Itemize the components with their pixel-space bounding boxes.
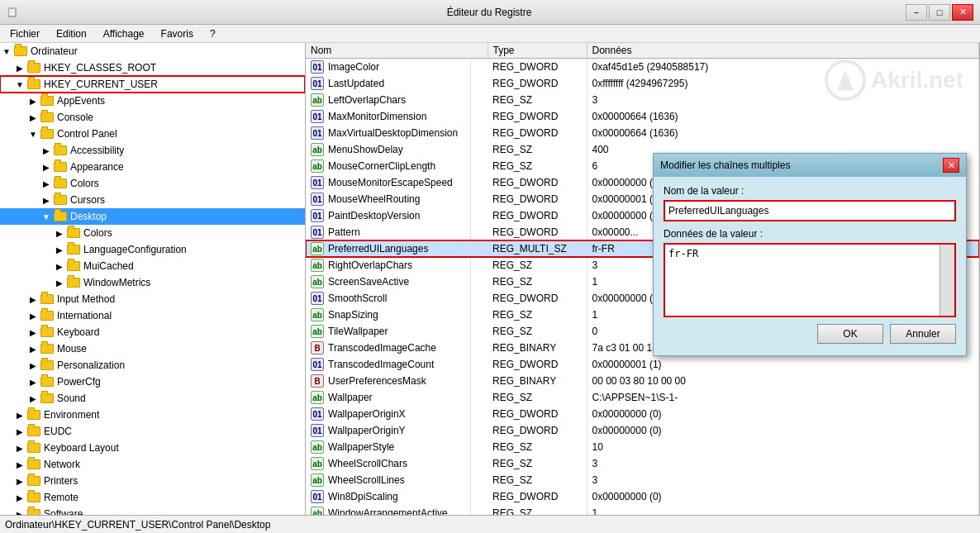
modal-name-input[interactable] bbox=[665, 202, 954, 220]
tree-item-appearance[interactable]: ▶Appearance bbox=[0, 159, 305, 175]
folder-icon-appevents bbox=[40, 93, 55, 108]
tree-item-cursors[interactable]: ▶Cursors bbox=[0, 192, 305, 208]
table-row[interactable]: 01MaxVirtualDesktopDimensionREG_DWORD0x0… bbox=[306, 125, 979, 141]
table-row[interactable]: 01LastUpdatedREG_DWORD0xffffffff (429496… bbox=[306, 75, 979, 92]
tree-expand-cursors[interactable]: ▶ bbox=[40, 196, 53, 205]
tree-expand-keyboard[interactable]: ▶ bbox=[26, 328, 40, 337]
close-button[interactable]: ✕ bbox=[952, 4, 973, 21]
table-row[interactable]: abWheelScrollCharsREG_SZ3 bbox=[306, 455, 979, 472]
modal-data-textarea[interactable]: fr-FR bbox=[665, 245, 940, 316]
tree-expand-keyboard_layout[interactable]: ▶ bbox=[13, 444, 26, 453]
tree-expand-appevents[interactable]: ▶ bbox=[26, 97, 40, 106]
tree-expand-international[interactable]: ▶ bbox=[26, 312, 40, 321]
tree-expand-personalization[interactable]: ▶ bbox=[26, 361, 40, 370]
tree-expand-desktop[interactable]: ▼ bbox=[40, 212, 53, 221]
tree-expand-remote[interactable]: ▶ bbox=[13, 493, 26, 502]
modal-ok-button[interactable]: OK bbox=[817, 324, 883, 344]
table-row[interactable]: 01ImageColorREG_DWORD0xaf45d1e5 (2940588… bbox=[306, 59, 979, 76]
tree-item-control_panel[interactable]: ▼Control Panel bbox=[0, 126, 305, 142]
cell-name-14: 01SmoothScroll bbox=[306, 290, 471, 307]
table-row[interactable]: 01Win8DpiScalingREG_DWORD0x00000000 (0) bbox=[306, 488, 979, 505]
tree-label-desktop_wm: WindowMetrics bbox=[83, 277, 150, 288]
tree-expand-desktop_lang[interactable]: ▶ bbox=[53, 245, 66, 255]
tree-expand-hkey_current_user[interactable]: ▼ bbox=[13, 80, 26, 89]
tree-expand-control_panel[interactable]: ▼ bbox=[26, 130, 40, 139]
tree-item-sound[interactable]: ▶Sound bbox=[0, 390, 305, 407]
cell-type-15: REG_SZ bbox=[488, 307, 587, 323]
tree-item-ordinateur[interactable]: ▼Ordinateur bbox=[0, 43, 305, 59]
table-row[interactable]: abWindowArrangementActiveREG_SZ1 bbox=[306, 505, 979, 515]
maximize-button[interactable]: □ bbox=[929, 4, 950, 21]
table-row[interactable]: 01MaxMonitorDimensionREG_DWORD0x00000664… bbox=[306, 108, 979, 125]
folder-icon-desktop_colors bbox=[66, 226, 81, 240]
tree-expand-desktop_mui[interactable]: ▶ bbox=[53, 262, 66, 271]
table-row[interactable]: 01WallpaperOriginYREG_DWORD0x00000000 (0… bbox=[306, 422, 979, 439]
modal-scrollbar[interactable] bbox=[940, 245, 954, 316]
tree-item-desktop_wm[interactable]: ▶WindowMetrics bbox=[0, 274, 305, 291]
tree-item-keyboard[interactable]: ▶Keyboard bbox=[0, 324, 305, 340]
reg-name-14: SmoothScroll bbox=[328, 293, 387, 304]
tree-expand-hkey_classes_root[interactable]: ▶ bbox=[13, 64, 26, 73]
modal-dialog[interactable]: Modifier les chaînes multiples ✕ Nom de … bbox=[653, 153, 967, 356]
tree-item-hkey_current_user[interactable]: ▼HKEY_CURRENT_USER bbox=[0, 76, 305, 93]
tree-expand-ordinateur[interactable]: ▼ bbox=[0, 47, 13, 56]
modal-close-button[interactable]: ✕ bbox=[943, 158, 959, 173]
tree-item-input_method[interactable]: ▶Input Method bbox=[0, 291, 305, 307]
tree-item-eudc[interactable]: ▶EUDC bbox=[0, 423, 305, 440]
tree-expand-mouse[interactable]: ▶ bbox=[26, 345, 40, 354]
tree-item-mouse[interactable]: ▶Mouse bbox=[0, 340, 305, 357]
table-row[interactable]: abWallpaperREG_SZC:\APPSEN~1\S-1- bbox=[306, 389, 979, 406]
menu-fichier[interactable]: Fichier bbox=[3, 26, 46, 41]
tree-item-software[interactable]: ▶Software bbox=[0, 506, 305, 515]
table-row[interactable]: BUserPreferencesMaskREG_BINARY00 00 03 8… bbox=[306, 373, 979, 389]
menu-affichage[interactable]: Affichage bbox=[97, 26, 151, 41]
minimize-button[interactable]: − bbox=[906, 4, 927, 21]
tree-item-accessibility[interactable]: ▶Accessibility bbox=[0, 142, 305, 159]
tree-expand-powercfg[interactable]: ▶ bbox=[26, 378, 40, 387]
tree-expand-appearance[interactable]: ▶ bbox=[40, 163, 53, 172]
tree-item-colors[interactable]: ▶Colors bbox=[0, 175, 305, 192]
tree-expand-software[interactable]: ▶ bbox=[13, 510, 26, 516]
tree-item-keyboard_layout[interactable]: ▶Keyboard Layout bbox=[0, 440, 305, 456]
tree-item-desktop_colors[interactable]: ▶Colors bbox=[0, 225, 305, 241]
reg-type-icon-9: 01 bbox=[311, 209, 324, 222]
reg-name-2: LeftOverlapChars bbox=[328, 94, 406, 106]
tree-expand-accessibility[interactable]: ▶ bbox=[40, 146, 53, 155]
table-row[interactable]: abLeftOverlapCharsREG_SZ3 bbox=[306, 92, 979, 108]
tree-item-appevents[interactable]: ▶AppEvents bbox=[0, 93, 305, 109]
menu-favoris[interactable]: Favoris bbox=[155, 26, 200, 41]
tree-item-hkey_classes_root[interactable]: ▶HKEY_CLASSES_ROOT bbox=[0, 59, 305, 76]
menu-help[interactable]: ? bbox=[203, 26, 222, 41]
tree-expand-desktop_colors[interactable]: ▶ bbox=[53, 229, 66, 238]
tree-expand-input_method[interactable]: ▶ bbox=[26, 295, 40, 304]
folder-icon-keyboard_layout bbox=[26, 440, 41, 455]
tree-expand-console[interactable]: ▶ bbox=[26, 113, 40, 122]
tree-item-desktop_mui[interactable]: ▶MuiCached bbox=[0, 258, 305, 274]
tree-expand-colors[interactable]: ▶ bbox=[40, 179, 53, 188]
tree-expand-desktop_wm[interactable]: ▶ bbox=[53, 278, 66, 288]
tree-expand-network[interactable]: ▶ bbox=[13, 460, 26, 469]
tree-pane[interactable]: ▼Ordinateur▶HKEY_CLASSES_ROOT▼HKEY_CURRE… bbox=[0, 43, 306, 515]
tree-item-console[interactable]: ▶Console bbox=[0, 109, 305, 126]
tree-expand-environment[interactable]: ▶ bbox=[13, 411, 26, 420]
tree-expand-eudc[interactable]: ▶ bbox=[13, 427, 26, 436]
tree-item-network[interactable]: ▶Network bbox=[0, 456, 305, 473]
tree-item-international[interactable]: ▶International bbox=[0, 307, 305, 324]
tree-item-environment[interactable]: ▶Environment bbox=[0, 407, 305, 423]
table-row[interactable]: 01TranscodedImageCountREG_DWORD0x0000000… bbox=[306, 356, 979, 373]
tree-item-powercfg[interactable]: ▶PowerCfg bbox=[0, 374, 305, 390]
tree-item-desktop[interactable]: ▼Desktop bbox=[0, 208, 305, 225]
table-row[interactable]: abWheelScrollLinesREG_SZ3 bbox=[306, 472, 979, 488]
modal-cancel-button[interactable]: Annuler bbox=[890, 324, 956, 344]
tree-item-remote[interactable]: ▶Remote bbox=[0, 489, 305, 506]
tree-label-sound: Sound bbox=[57, 393, 86, 404]
table-row[interactable]: abWallpaperStyleREG_SZ10 bbox=[306, 439, 979, 455]
table-row[interactable]: 01WallpaperOriginXREG_DWORD0x00000000 (0… bbox=[306, 406, 979, 422]
menu-edition[interactable]: Edition bbox=[50, 26, 93, 41]
folder-icon-input_method bbox=[40, 292, 55, 307]
tree-expand-printers[interactable]: ▶ bbox=[13, 477, 26, 486]
tree-item-printers[interactable]: ▶Printers bbox=[0, 473, 305, 489]
tree-item-personalization[interactable]: ▶Personalization bbox=[0, 357, 305, 374]
tree-item-desktop_lang[interactable]: ▶LanguageConfiguration bbox=[0, 241, 305, 258]
tree-expand-sound[interactable]: ▶ bbox=[26, 394, 40, 403]
